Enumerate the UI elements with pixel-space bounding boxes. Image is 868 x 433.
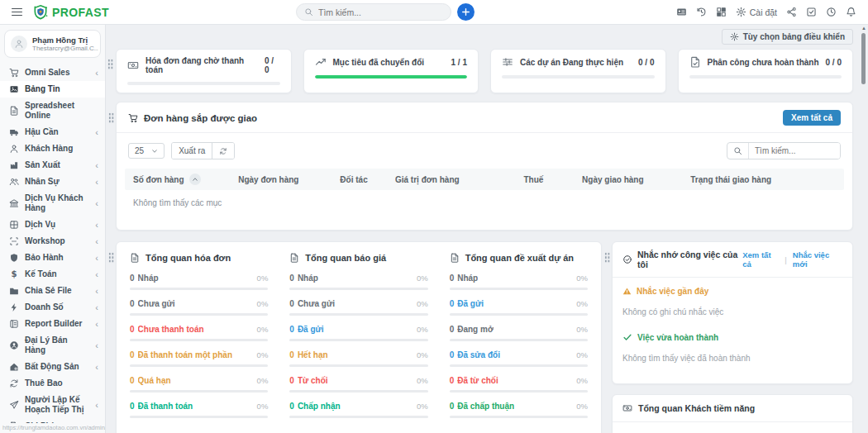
orders-table-search[interactable]: [727, 142, 841, 159]
sidebar-item-spreadsheet-online[interactable]: Spreadsheet Online: [0, 98, 105, 124]
kpi-value: 1 / 1: [451, 58, 467, 67]
tasks-icon[interactable]: [806, 7, 817, 17]
check-icon: [622, 332, 632, 342]
sidebar-item-ke-toan[interactable]: $Kế Toán‹: [0, 266, 105, 283]
kpi-card-converted-goals[interactable]: Mục tiêu đã chuyển đổi1 / 1: [303, 49, 479, 93]
column-header[interactable]: Số đơn hàng: [133, 174, 238, 185]
kpi-card-projects-in-progress[interactable]: Các dự án Đang thực hiện0 / 0: [490, 49, 666, 93]
status-label: Đã sửa đổi: [457, 350, 500, 359]
orders-search-input[interactable]: [749, 143, 840, 159]
history-icon[interactable]: [696, 7, 707, 17]
status-label: Đã thanh toán một phần: [138, 350, 232, 359]
status-count: 0: [289, 402, 294, 411]
drag-handle[interactable]: [108, 252, 114, 263]
status-count: 0: [130, 402, 135, 411]
drag-handle[interactable]: [107, 59, 113, 69]
sidebar-item-omni-sales[interactable]: Omni Sales‹: [0, 64, 105, 81]
status-percent: 0%: [252, 274, 269, 283]
sidebar-item-doanh-so[interactable]: Doanh Số‹: [0, 299, 105, 316]
drag-handle[interactable]: [604, 252, 610, 263]
reminders-new-link[interactable]: Nhắc việc mới: [793, 250, 842, 269]
dollar-icon: $: [8, 269, 19, 279]
status-progress: [289, 390, 427, 393]
status-count: 0: [289, 350, 294, 359]
scrollbar-thumb[interactable]: [861, 33, 866, 84]
status-percent: 0%: [412, 325, 428, 334]
status-percent: 0%: [252, 299, 269, 308]
clock-icon[interactable]: [826, 7, 837, 17]
sidebar-item-nguoi-lap-ke-hoach-tiep-thi[interactable]: Người Lập Kế Hoạch Tiếp Thị‹: [0, 392, 105, 418]
page-scrollbar[interactable]: ▲: [861, 25, 867, 433]
export-button[interactable]: Xuất ra: [172, 143, 212, 159]
sidebar-item-workshop[interactable]: Workshop‹: [0, 233, 105, 250]
leads-overview-title: Tổng quan Khách tiềm năng: [613, 395, 852, 422]
chevron-collapse-icon: ‹: [95, 254, 98, 262]
recent-reminders-empty: Không có ghi chú nhắc việc: [622, 307, 842, 316]
kpi-card-tasks-not-finished[interactable]: Phân công chưa hoàn thành0 / 0: [678, 49, 854, 93]
scroll-up-icon[interactable]: ▲: [861, 26, 866, 31]
kpi-label: Phân công chưa hoàn thành: [708, 58, 819, 67]
column-header[interactable]: Ngày giao hàng: [582, 174, 690, 185]
menu-icon[interactable]: [12, 8, 22, 17]
sidebar-item-bat-dong-san[interactable]: Bất Động Sản‹: [0, 359, 105, 375]
reminders-view-all-link[interactable]: Xem tất cả: [742, 250, 779, 269]
drag-handle[interactable]: [108, 112, 114, 123]
create-new-button[interactable]: [457, 3, 475, 21]
sidebar-item-chia-se-file[interactable]: Chia Sẻ File‹: [0, 283, 105, 299]
cart-icon: [128, 113, 138, 123]
kpi-progress: [689, 75, 842, 79]
status-progress: [130, 390, 268, 393]
status-progress: [289, 313, 427, 316]
orders-view-all-button[interactable]: Xem tất cả: [783, 110, 841, 126]
status-percent: 0%: [571, 376, 588, 385]
column-header[interactable]: Đối tác: [340, 174, 395, 185]
chevron-collapse-icon: ‹: [95, 303, 98, 312]
sidebar-item-dai-ly-ban-hang[interactable]: Đại Lý Bán Hàng‹: [0, 332, 105, 359]
status-percent: 0%: [571, 299, 588, 308]
sidebar-item-dich-vu[interactable]: Dịch Vụ‹: [0, 216, 105, 233]
sidebar-item-nhan-su[interactable]: Nhân Sự‹: [0, 174, 105, 190]
app-logo[interactable]: PROFAST: [32, 4, 109, 21]
sidebar-item-bang-tin[interactable]: Bảng Tin: [0, 81, 105, 98]
column-header[interactable]: Giá trị đơn hàng: [395, 174, 523, 185]
chevron-collapse-icon: ‹: [95, 270, 98, 278]
status-row: 0Hết hạn0%: [289, 350, 427, 367]
refresh-button[interactable]: [212, 143, 234, 159]
kpi-card-invoices-awaiting-payment[interactable]: Hóa đơn đang chờ thanh toán0 / 0: [116, 49, 292, 93]
column-header[interactable]: Trạng thái giao hàng: [690, 174, 836, 185]
sort-asc-icon[interactable]: [189, 174, 201, 185]
avatar: [11, 36, 27, 52]
status-percent: 0%: [252, 376, 269, 385]
sidebar-item-san-xuat[interactable]: Sản Xuất‹: [0, 157, 105, 174]
status-percent: 0%: [571, 325, 588, 334]
status-row: 0Nháp0%: [130, 274, 268, 290]
sidebar-item-report-builder[interactable]: Report Builder‹: [0, 316, 105, 332]
sidebar-item-bao-hanh[interactable]: Bảo Hành‹: [0, 250, 105, 266]
sidebar-item-thue-bao[interactable]: Thuê Bao: [0, 375, 105, 392]
status-progress: [130, 288, 268, 290]
status-percent: 0%: [412, 402, 428, 411]
document-icon: [450, 253, 460, 263]
id-card-icon[interactable]: [676, 7, 687, 17]
global-search[interactable]: [296, 3, 451, 21]
share-icon[interactable]: [786, 7, 797, 17]
sidebar-item-khach-hang[interactable]: Khách Hàng: [0, 140, 105, 157]
sidebar-item-dich-vu-khach-hang[interactable]: Dịch Vụ Khách Hàng‹: [0, 190, 105, 216]
status-progress: [450, 416, 588, 418]
status-label: Đã gửi: [298, 325, 324, 334]
user-card[interactable]: Phạm Hồng Trị Thestarcry@Gmail.C...: [4, 30, 101, 58]
page-size-select[interactable]: 25: [128, 143, 165, 159]
chevron-collapse-icon: ‹: [95, 161, 98, 169]
apps-grid-icon[interactable]: [716, 7, 727, 17]
settings-icon[interactable]: Cài đặt: [736, 7, 777, 17]
dashboard-customize-button[interactable]: Tùy chọn bảng điều khiển: [722, 29, 853, 45]
status-row: 0Đã thanh toán0%: [130, 402, 268, 418]
column-header[interactable]: Thuế: [523, 174, 582, 185]
status-count: 0: [130, 325, 135, 334]
notifications-icon[interactable]: [846, 7, 856, 17]
sidebar-item-hau-can[interactable]: Hậu Cần‹: [0, 124, 105, 140]
status-row: 0Từ chối0%: [289, 376, 427, 393]
status-progress: [289, 416, 427, 418]
global-search-input[interactable]: [318, 7, 443, 17]
column-header[interactable]: Ngày đơn hàng: [238, 174, 340, 185]
